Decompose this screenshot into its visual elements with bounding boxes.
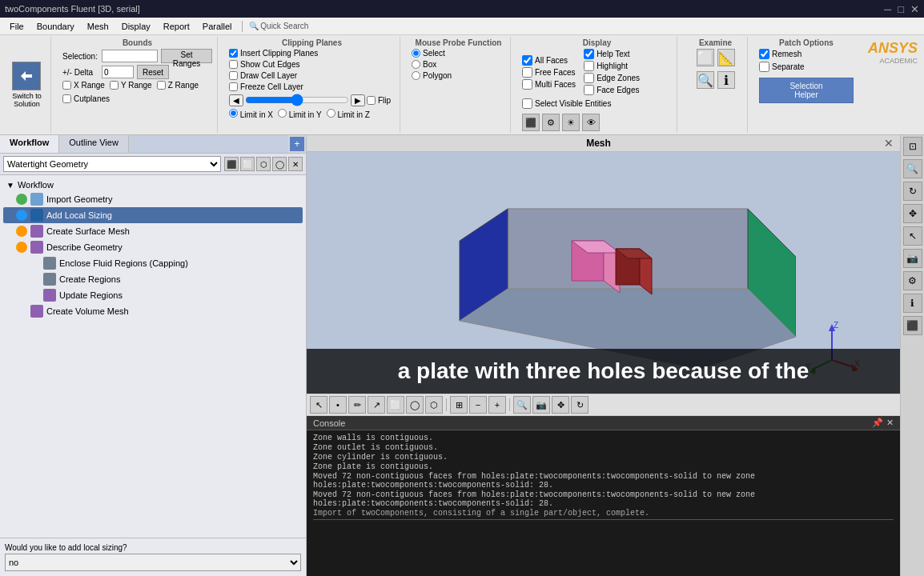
vt-plus-btn[interactable]: + <box>488 396 506 414</box>
polygon-radio[interactable]: Polygon <box>412 71 505 80</box>
display-icon3[interactable]: ☀ <box>562 114 580 131</box>
rs-icon-rotate[interactable]: ↻ <box>903 182 922 201</box>
vt-grid-btn[interactable]: ⊞ <box>450 396 468 414</box>
z-range-check[interactable]: Z Range <box>157 81 199 90</box>
slider-right-btn[interactable]: ▶ <box>351 94 365 106</box>
tab-workflow[interactable]: Workflow <box>0 135 59 153</box>
selection-helper-btn[interactable]: SelectionHelper <box>759 78 854 103</box>
quick-search[interactable]: 🔍 Quick Search <box>246 22 312 30</box>
wf-icon2[interactable]: ⬜ <box>240 157 255 171</box>
vt-select-btn[interactable]: ↖ <box>310 396 327 414</box>
rs-icon-camera[interactable]: 📷 <box>903 249 922 268</box>
menu-report[interactable]: Report <box>157 20 196 33</box>
limit-z-radio[interactable]: Limit in Z <box>327 109 370 119</box>
vt-minus-btn[interactable]: − <box>469 396 487 414</box>
multi-faces-check[interactable]: Multi Faces <box>522 79 576 90</box>
menu-mesh[interactable]: Mesh <box>81 20 115 33</box>
remesh-check[interactable]: Remesh <box>759 49 854 59</box>
limit-y-radio[interactable]: Limit in Y <box>278 109 322 119</box>
insert-clipping-check[interactable]: Insert Clipping Planes <box>229 49 318 58</box>
help-text-check[interactable]: Help Text <box>584 49 640 59</box>
cutplanes-check[interactable]: Cutplanes <box>62 94 110 103</box>
display-icon4[interactable]: 👁 <box>582 114 600 131</box>
clip-slider[interactable] <box>245 94 349 106</box>
freeze-cell-check[interactable]: Freeze Cell Layer <box>229 82 303 91</box>
y-range-check[interactable]: Y Range <box>110 81 152 90</box>
panel-add-btn[interactable]: + <box>290 137 304 151</box>
tree-item-import-geometry[interactable]: Import Geometry <box>3 191 303 207</box>
reset-btn[interactable]: Reset <box>137 65 169 79</box>
tab-outline-view[interactable]: Outline View <box>59 135 129 153</box>
vt-pencil-btn[interactable]: ✏ <box>348 396 366 414</box>
display-icon2[interactable]: ⚙ <box>542 114 560 131</box>
set-ranges-btn[interactable]: Set Ranges <box>161 49 212 63</box>
slider-left-btn[interactable]: ◀ <box>229 94 243 106</box>
rs-icon-select[interactable]: ↖ <box>903 226 922 246</box>
vt-hex-btn[interactable]: ⬡ <box>425 396 443 414</box>
x-range-check[interactable]: X Range <box>62 81 105 90</box>
vt-dot-btn[interactable]: • <box>329 396 347 414</box>
rs-icon-settings[interactable]: ⚙ <box>903 271 922 290</box>
wf-icon5[interactable]: ✕ <box>288 157 303 171</box>
ansys-logo: ANSYS ACADEMIC <box>868 40 918 65</box>
icon-describe <box>30 241 43 254</box>
limit-x-radio[interactable]: Limit in X <box>229 109 273 119</box>
rs-icon-pan[interactable]: ✥ <box>903 204 922 223</box>
face-edges-check[interactable]: Face Edges <box>584 85 640 95</box>
console-pin-btn[interactable]: 📌 <box>872 418 883 428</box>
tree-item-enclose-fluid[interactable]: Enclose Fluid Regions (Capping) <box>3 255 303 271</box>
maximize-btn[interactable]: □ <box>898 3 904 15</box>
rs-icon-box[interactable]: ⬛ <box>903 316 922 335</box>
workflow-select[interactable]: Watertight Geometry <box>3 156 221 172</box>
vt-arrow-btn[interactable]: ↗ <box>368 396 385 414</box>
examine-icon2[interactable]: 📐 <box>717 49 735 66</box>
flip-check[interactable]: Flip <box>367 96 391 105</box>
vt-cam-btn[interactable]: 📷 <box>532 396 550 414</box>
examine-icon4[interactable]: ℹ <box>717 71 735 89</box>
rs-icon-info[interactable]: ℹ <box>903 294 922 313</box>
tree-item-create-regions[interactable]: Create Regions <box>3 271 303 287</box>
all-faces-check[interactable]: All Faces <box>522 55 576 66</box>
tree-item-add-local-sizing[interactable]: Add Local Sizing <box>3 207 303 223</box>
examine-icon3[interactable]: 🔍 <box>697 71 714 89</box>
delta-input[interactable] <box>102 66 134 78</box>
close-btn[interactable]: ✕ <box>910 3 919 15</box>
switch-to-solution-btn[interactable]: Switch toSolution <box>10 60 43 110</box>
select-radio[interactable]: Select <box>412 49 505 58</box>
separate-check[interactable]: Separate <box>759 62 854 72</box>
viewport[interactable]: Z X Y a plate with three holes because o… <box>307 152 900 394</box>
rs-icon-zoom-in[interactable]: 🔍 <box>903 159 922 178</box>
box-radio[interactable]: Box <box>412 60 505 69</box>
show-cut-check[interactable]: Show Cut Edges <box>229 60 300 69</box>
vt-rotate-btn[interactable]: ↻ <box>571 396 589 414</box>
tree-item-workflow[interactable]: ▼ Workflow <box>3 178 303 191</box>
tree-item-describe-geometry[interactable]: Describe Geometry <box>3 239 303 255</box>
display-icon1[interactable]: ⬛ <box>522 114 540 131</box>
wf-icon3[interactable]: ⬡ <box>256 157 271 171</box>
vt-circ-btn[interactable]: ◯ <box>406 396 424 414</box>
rs-icon-zoom-fit[interactable]: ⊡ <box>903 137 922 156</box>
menu-file[interactable]: File <box>3 20 30 33</box>
wf-icon4[interactable]: ◯ <box>272 157 287 171</box>
highlight-check[interactable]: Highlight <box>584 61 640 71</box>
vt-zoom-btn[interactable]: 🔍 <box>513 396 531 414</box>
tree-item-create-volume-mesh[interactable]: Create Volume Mesh <box>3 303 303 319</box>
tree-item-create-surface-mesh[interactable]: Create Surface Mesh <box>3 223 303 239</box>
mesh-close-btn[interactable]: ✕ <box>884 137 894 150</box>
tree-item-update-regions[interactable]: Update Regions <box>3 287 303 303</box>
free-faces-check[interactable]: Free Faces <box>522 67 576 78</box>
edge-zones-check[interactable]: Edge Zones <box>584 73 640 83</box>
selection-input[interactable] <box>102 50 158 62</box>
vt-rect-btn[interactable]: ⬜ <box>387 396 404 414</box>
select-visible-check[interactable]: Select Visible Entities <box>522 98 672 109</box>
menu-parallel[interactable]: Parallel <box>196 20 239 33</box>
console-close-btn[interactable]: ✕ <box>886 418 894 428</box>
minimize-btn[interactable]: ─ <box>884 3 891 15</box>
wf-icon1[interactable]: ⬛ <box>224 157 239 171</box>
examine-icon1[interactable]: ⬜ <box>697 49 714 66</box>
menu-boundary[interactable]: Boundary <box>30 20 81 33</box>
vt-move-btn[interactable]: ✥ <box>552 396 569 414</box>
draw-cell-check[interactable]: Draw Cell Layer <box>229 71 297 80</box>
menu-display[interactable]: Display <box>115 20 157 33</box>
local-sizing-select[interactable]: no yes <box>5 554 301 571</box>
